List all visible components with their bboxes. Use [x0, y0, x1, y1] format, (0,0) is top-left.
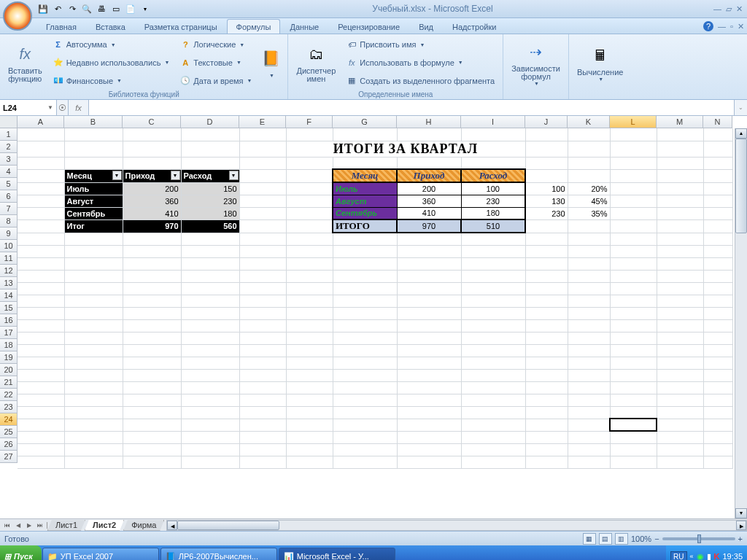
zoom-in-icon[interactable]: + [738, 534, 743, 543]
sheet-tab[interactable]: Лист1 [47, 520, 85, 531]
name-manager-button[interactable]: 🗂 Диспетчер имен [291, 36, 341, 90]
prev-sheet-icon[interactable]: ◀ [12, 522, 23, 529]
scroll-thumb[interactable] [177, 521, 279, 530]
row-header[interactable]: 7 [0, 203, 18, 215]
start-button[interactable]: ⊞Пуск [0, 545, 42, 560]
sheet-tab[interactable]: Лист2 [85, 520, 124, 531]
tray-expand-icon[interactable]: « [690, 553, 694, 560]
calculation-button[interactable]: 🖩 Вычисление ▼ [572, 36, 629, 90]
next-sheet-icon[interactable]: ▶ [23, 522, 34, 529]
zoom-out-icon[interactable]: − [654, 534, 659, 543]
taskbar-item[interactable]: 📁УП Excel 2007 [42, 548, 159, 560]
close-button[interactable]: ✕ [736, 4, 743, 14]
zoom-level[interactable]: 100% [631, 534, 651, 543]
date-time-button[interactable]: 🕓Дата и время▼ [176, 74, 255, 88]
row-header[interactable]: 25 [0, 426, 18, 438]
column-header[interactable]: L [610, 116, 657, 128]
ribbon-tab-5[interactable]: Рецензирование [328, 19, 409, 34]
more-functions-button[interactable]: 📙 ▼ [257, 36, 285, 90]
ribbon-tab-4[interactable]: Данные [280, 19, 328, 34]
insert-function-button[interactable]: fx Вставить функцию [3, 36, 47, 90]
tray-icon[interactable]: K [714, 552, 720, 560]
help-icon[interactable]: ? [703, 21, 713, 31]
column-header[interactable]: E [239, 116, 286, 128]
sheet-tab[interactable]: Фирма [123, 520, 164, 531]
tray-icon[interactable]: ▮ [707, 552, 711, 561]
column-header[interactable]: K [568, 116, 610, 128]
ribbon-tab-1[interactable]: Вставка [86, 19, 135, 34]
row-header[interactable]: 12 [0, 265, 18, 277]
column-header[interactable]: F [286, 116, 333, 128]
column-header[interactable]: D [181, 116, 239, 128]
save-icon[interactable]: 💾 [36, 2, 50, 15]
row-header[interactable]: 17 [0, 327, 18, 339]
filter-dropdown-icon[interactable]: ▼ [229, 171, 239, 180]
mdi-restore-icon[interactable]: ▫ [730, 22, 733, 31]
row-header[interactable]: 22 [0, 389, 18, 401]
autosum-button[interactable]: ΣАвтосумма▼ [49, 37, 174, 52]
mdi-minimize-icon[interactable]: — [718, 22, 726, 31]
row-header[interactable]: 13 [0, 277, 18, 289]
column-header[interactable]: M [657, 116, 703, 128]
formula-dependencies-button[interactable]: ⇢ Зависимости формул ▼ [506, 36, 565, 90]
column-header[interactable]: A [18, 116, 64, 128]
row-header[interactable]: 10 [0, 240, 18, 252]
financial-button[interactable]: 💶Финансовые▼ [49, 74, 174, 88]
open-icon[interactable]: 📄 [124, 2, 137, 15]
scroll-up-icon[interactable]: ▲ [735, 128, 747, 139]
text-button[interactable]: AТекстовые▼ [176, 55, 255, 70]
chevron-down-icon[interactable]: ▼ [47, 104, 53, 111]
column-header[interactable]: B [64, 116, 123, 128]
row-header[interactable]: 2 [0, 141, 18, 153]
normal-view-icon[interactable]: ▦ [583, 533, 596, 545]
row-header[interactable]: 26 [0, 438, 18, 451]
row-header[interactable]: 11 [0, 252, 18, 265]
row-header[interactable]: 3 [0, 153, 18, 166]
row-header[interactable]: 5 [0, 178, 18, 190]
create-from-selection-button[interactable]: ▦Создать из выделенного фрагмента [342, 74, 498, 88]
row-header[interactable]: 19 [0, 351, 18, 364]
ribbon-tab-7[interactable]: Надстройки [443, 19, 506, 34]
page-layout-view-icon[interactable]: ▤ [599, 533, 612, 545]
column-header[interactable]: J [525, 116, 568, 128]
zoom-slider[interactable] [662, 537, 735, 540]
column-header[interactable]: H [397, 116, 461, 128]
formula-input[interactable] [89, 100, 734, 115]
cell-grid[interactable]: ИТОГИ ЗА КВАРТАЛМесяц▼Приход▼Расход▼Меся… [18, 128, 733, 469]
row-header[interactable]: 24 [0, 413, 18, 426]
define-name-button[interactable]: 🏷Присвоить имя▼ [342, 37, 498, 52]
row-header[interactable]: 27 [0, 451, 18, 463]
row-header[interactable]: 20 [0, 364, 18, 376]
ribbon-tab-0[interactable]: Главная [36, 19, 86, 34]
last-sheet-icon[interactable]: ⏭ [34, 522, 45, 529]
column-header[interactable]: G [333, 116, 397, 128]
horizontal-scrollbar[interactable]: ◀ ▶ [166, 520, 747, 531]
filter-dropdown-icon[interactable]: ▼ [112, 171, 122, 180]
ribbon-tab-2[interactable]: Разметка страницы [135, 19, 227, 34]
row-header[interactable]: 1 [0, 128, 18, 141]
scroll-thumb[interactable] [735, 139, 747, 233]
restore-button[interactable]: ▱ [726, 4, 732, 14]
office-button[interactable] [3, 1, 32, 31]
taskbar-item[interactable]: 📘ЛР6-2007Вычислен... [160, 548, 277, 560]
ribbon-tab-6[interactable]: Вид [409, 19, 443, 34]
ribbon-tab-3[interactable]: Формулы [227, 19, 281, 34]
tray-icon[interactable]: ◉ [697, 552, 704, 561]
taskbar-item[interactable]: 📊Microsoft Excel - У... [279, 548, 395, 560]
column-header[interactable]: I [461, 116, 525, 128]
select-all-button[interactable] [0, 116, 18, 128]
scroll-left-icon[interactable]: ◀ [167, 521, 177, 530]
qat-customize-icon[interactable]: ▼ [139, 2, 152, 15]
row-header[interactable]: 23 [0, 401, 18, 413]
row-header[interactable]: 8 [0, 215, 18, 228]
scroll-down-icon[interactable]: ▼ [735, 508, 747, 518]
name-box[interactable]: L24▼ [0, 100, 57, 115]
mdi-close-icon[interactable]: ✕ [738, 22, 744, 31]
expand-namebox-icon[interactable]: ⦿ [57, 100, 69, 115]
logical-button[interactable]: ?Логические▼ [176, 37, 255, 52]
first-sheet-icon[interactable]: ⏮ [1, 522, 12, 529]
row-header[interactable]: 15 [0, 302, 18, 314]
row-header[interactable]: 21 [0, 376, 18, 389]
row-header[interactable]: 6 [0, 190, 18, 203]
fx-icon[interactable]: fx [69, 100, 89, 115]
